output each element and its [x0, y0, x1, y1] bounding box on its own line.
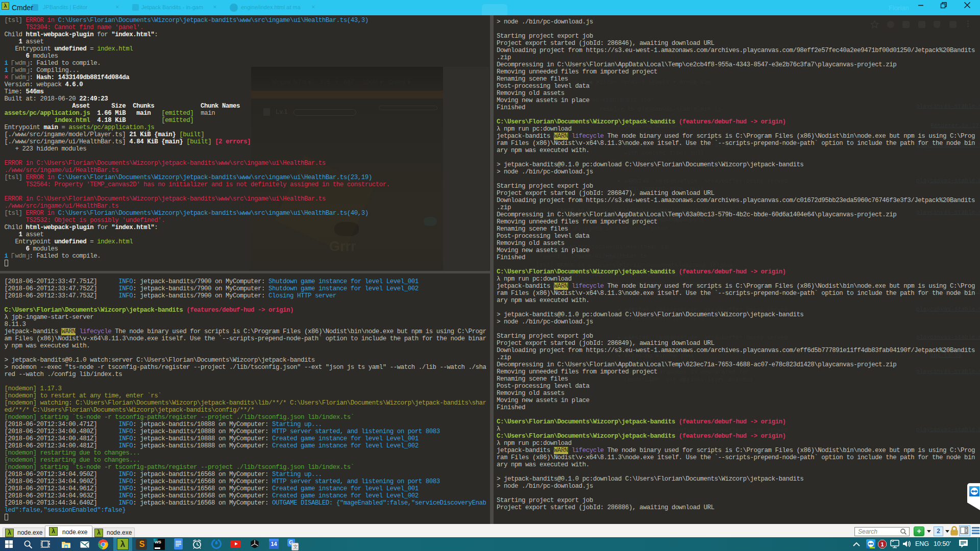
svg-text:1: 1 — [880, 541, 884, 547]
